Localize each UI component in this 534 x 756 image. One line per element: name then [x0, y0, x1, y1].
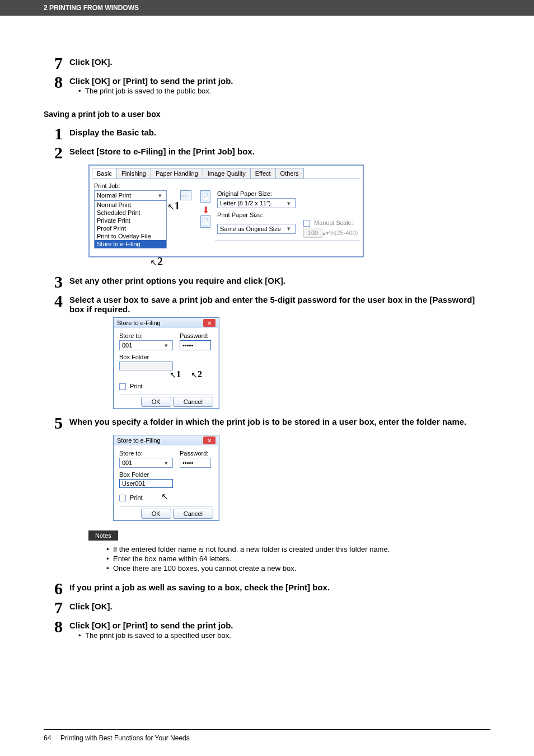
manual-scale-checkbox[interactable]: [303, 220, 310, 227]
ok-button[interactable]: OK: [141, 509, 171, 519]
callout-cursor-2: ↖2: [191, 369, 202, 379]
step-title: Select [Store to e-Filing] in the [Print…: [69, 147, 490, 156]
print-checkbox[interactable]: [119, 495, 126, 501]
password-label: Password:: [180, 450, 213, 457]
step-title: Click [OK] or [Print] to send the print …: [69, 76, 490, 86]
print-paper-size-label: Print Paper Size:: [217, 212, 358, 218]
original-paper-size-label: Original Paper Size:: [217, 190, 358, 197]
step-number: 6: [44, 580, 63, 597]
box-folder-label: Box Folder: [119, 471, 213, 478]
option-print-to-overlay[interactable]: Print to Overlay File: [95, 232, 166, 240]
print-job-label: Print Job:: [94, 182, 358, 189]
step-bullet: • The print job is saved to a specified …: [78, 631, 490, 640]
step-number: 5: [44, 415, 63, 431]
orientation-landscape-icon: 📄: [200, 215, 210, 228]
print-checkbox-label: Print: [130, 383, 143, 389]
password-input[interactable]: •••••: [180, 458, 211, 468]
chevron-down-icon: ▾: [285, 200, 293, 207]
step-title: Click [OK].: [69, 57, 490, 67]
step-title: Click [OK].: [69, 602, 490, 611]
box-folder-label: Box Folder: [119, 354, 213, 360]
tab-basic[interactable]: Basic: [92, 168, 117, 179]
close-icon[interactable]: ✕: [203, 436, 216, 444]
store-to-combo[interactable]: 001 ▾: [119, 458, 173, 468]
step-number: 4: [44, 293, 63, 309]
store-efiling-dialog-step4: Store to e-Filing ✕ Store to: 001 ▾: [113, 317, 490, 409]
step-number: 8: [44, 618, 63, 635]
chevron-down-icon: ▾: [156, 192, 164, 199]
tabs-row: Basic Finishing Paper Handling Image Qua…: [92, 168, 360, 179]
cancel-button[interactable]: Cancel: [173, 397, 213, 407]
password-input[interactable]: •••••: [180, 340, 211, 350]
step-number: 1: [44, 125, 63, 142]
step-bullet: • The print job is saved to the public b…: [78, 87, 490, 95]
option-proof-print[interactable]: Proof Print: [95, 224, 166, 232]
section-heading: Saving a print job to a user box: [44, 110, 490, 119]
step-title: If you print a job as well as saving to …: [69, 583, 490, 592]
callout-cursor-2: ↖2: [150, 255, 490, 268]
footer-title: Printing with Best Functions for Your Ne…: [60, 734, 190, 742]
step-title: Display the Basic tab.: [69, 128, 490, 137]
arrow-down-icon: ⬇: [200, 205, 210, 215]
callout-cursor-1: ↖1: [170, 369, 181, 379]
option-normal-print[interactable]: Normal Print: [95, 201, 166, 209]
step-title: Click [OK] or [Print] to send the print …: [69, 621, 490, 630]
dialog-title: Store to e-Filing: [117, 437, 161, 444]
step-number: 7: [44, 55, 63, 72]
chevron-down-icon: ▾: [162, 342, 170, 349]
print-paper-size-combo[interactable]: Same as Original Size ▾: [217, 224, 296, 234]
tab-paper-handling[interactable]: Paper Handling: [151, 168, 203, 179]
print-dialog-screenshot: Basic Finishing Paper Handling Image Qua…: [88, 165, 490, 268]
note-item: •Enter the box name within 64 letters.: [106, 555, 490, 563]
store-to-label: Store to:: [119, 332, 173, 339]
step-title: When you specify a folder in which the p…: [69, 417, 490, 426]
store-efiling-dialog-step5: Store to e-Filing ✕ Store to: 001 ▾: [113, 435, 490, 521]
ok-button[interactable]: OK: [141, 397, 171, 407]
manual-scale-label: Manual Scale:: [314, 219, 353, 226]
tab-effect[interactable]: Effect: [250, 168, 276, 179]
note-item: •Once there are 100 boxes, you cannot cr…: [106, 564, 490, 572]
cancel-button[interactable]: Cancel: [173, 509, 213, 519]
store-to-label: Store to:: [119, 450, 173, 457]
manual-scale-spinner[interactable]: 100: [303, 228, 322, 238]
box-folder-input[interactable]: User001: [119, 479, 173, 488]
password-label: Password:: [180, 332, 213, 339]
note-item: •If the entered folder name is not found…: [106, 545, 490, 553]
page-footer: 64 Printing with Best Functions for Your…: [44, 729, 490, 742]
option-store-to-efiling[interactable]: Store to e-Filing: [95, 240, 166, 248]
step-number: 8: [44, 74, 63, 91]
option-private-print[interactable]: Private Print: [95, 217, 166, 224]
print-checkbox-label: Print: [130, 494, 143, 501]
callout-cursor-1: ↖1: [167, 200, 180, 212]
cursor-icon: ↖: [161, 492, 168, 501]
tab-image-quality[interactable]: Image Quality: [203, 168, 251, 179]
store-to-combo[interactable]: 001 ▾: [119, 340, 173, 350]
step-number: 2: [44, 144, 63, 161]
chapter-title: 2 PRINTING FROM WINDOWS: [44, 4, 139, 12]
tab-finishing[interactable]: Finishing: [116, 168, 151, 179]
box-folder-input[interactable]: [119, 361, 173, 370]
original-paper-size-combo[interactable]: Letter (8 1/2 x 11") ▾: [217, 198, 296, 208]
chevron-down-icon: ▾: [162, 459, 170, 467]
print-checkbox[interactable]: [119, 383, 126, 390]
print-job-combo[interactable]: Normal Print ▾: [94, 190, 167, 200]
notes-label: Notes: [88, 530, 118, 541]
step-number: 3: [44, 274, 63, 290]
chevron-down-icon: ▾: [285, 225, 293, 232]
orientation-portrait-icon: 📄: [200, 190, 210, 203]
manual-scale-range: %(25-400): [329, 229, 358, 236]
step-number: 7: [44, 599, 63, 616]
step-title: Set any other print options you require …: [69, 276, 490, 285]
tab-others[interactable]: Others: [275, 168, 304, 179]
close-icon[interactable]: ✕: [203, 319, 216, 327]
dialog-title: Store to e-Filing: [117, 320, 161, 326]
step-title: Select a user box to save a print job an…: [69, 295, 490, 314]
chapter-header: 2 PRINTING FROM WINDOWS: [0, 0, 534, 16]
details-button[interactable]: …: [180, 190, 191, 200]
option-scheduled-print[interactable]: Scheduled Print: [95, 209, 166, 217]
print-job-dropdown[interactable]: Normal Print Scheduled Print Private Pri…: [94, 200, 167, 248]
page-number: 64: [44, 734, 60, 742]
